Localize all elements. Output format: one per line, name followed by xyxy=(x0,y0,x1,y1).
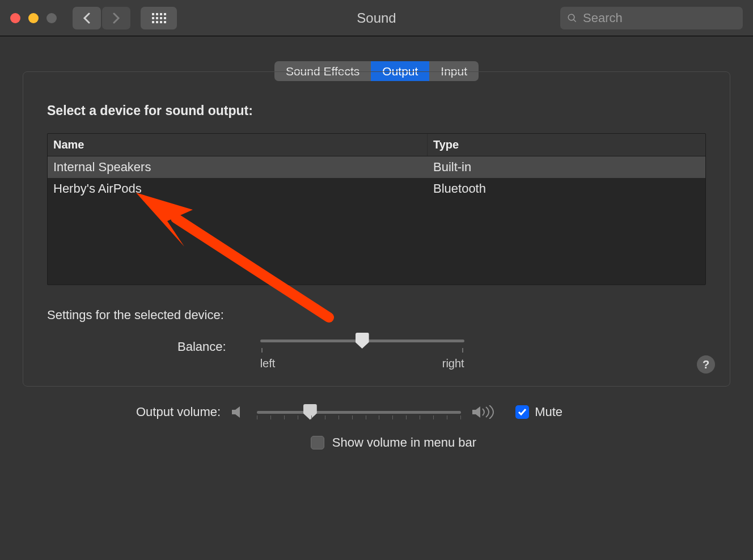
nav-buttons xyxy=(73,7,130,29)
search-icon xyxy=(567,12,577,24)
device-row-internal-speakers[interactable]: Internal Speakers Built-in xyxy=(48,156,705,178)
search-field[interactable] xyxy=(560,7,743,29)
volume-slider[interactable] xyxy=(257,411,461,414)
minimize-button[interactable] xyxy=(28,13,39,23)
balance-label: Balance: xyxy=(177,340,226,354)
window-title: Sound xyxy=(357,10,396,26)
back-button[interactable] xyxy=(73,7,101,29)
checkbox-checked-icon xyxy=(515,405,529,419)
balance-thumb[interactable] xyxy=(356,333,369,349)
checkbox-unchecked-icon xyxy=(311,436,324,449)
chevron-left-icon xyxy=(83,12,91,24)
output-volume-row: Output volume: Mute xyxy=(136,405,730,419)
help-button[interactable]: ? xyxy=(697,355,715,374)
device-type: Bluetooth xyxy=(428,178,705,200)
column-name[interactable]: Name xyxy=(48,134,428,156)
balance-slider[interactable]: left right xyxy=(260,340,464,370)
speaker-muted-icon xyxy=(231,405,247,419)
search-input[interactable] xyxy=(583,11,736,26)
window-controls xyxy=(10,13,57,23)
footer-controls: Output volume: Mute Show volume in menu … xyxy=(0,387,753,450)
close-button[interactable] xyxy=(10,13,20,23)
balance-right-label: right xyxy=(442,357,464,370)
select-device-heading: Select a device for sound output: xyxy=(47,103,706,118)
device-row-airpods[interactable]: Herby's AirPods Bluetooth xyxy=(48,178,705,200)
device-name: Internal Speakers xyxy=(48,156,428,178)
chevron-right-icon xyxy=(112,12,120,24)
settings-heading: Settings for the selected device: xyxy=(47,308,706,323)
device-table: Name Type Internal Speakers Built-in Her… xyxy=(47,133,706,285)
forward-button xyxy=(102,7,130,29)
device-type: Built-in xyxy=(428,156,705,178)
balance-control: Balance: left right xyxy=(177,340,706,370)
balance-left-label: left xyxy=(260,357,276,370)
mute-label: Mute xyxy=(535,405,562,419)
device-name: Herby's AirPods xyxy=(48,178,428,200)
column-type[interactable]: Type xyxy=(428,134,705,156)
grid-icon xyxy=(152,13,166,23)
mute-checkbox[interactable]: Mute xyxy=(515,405,562,419)
show-in-menu-bar-checkbox[interactable]: Show volume in menu bar xyxy=(57,435,730,450)
show-all-button[interactable] xyxy=(141,7,177,29)
show-in-menu-bar-label: Show volume in menu bar xyxy=(332,435,476,450)
output-panel: Select a device for sound output: Name T… xyxy=(23,71,730,387)
maximize-button xyxy=(46,13,57,23)
titlebar: Sound xyxy=(0,0,753,36)
table-header: Name Type xyxy=(48,134,705,156)
output-volume-label: Output volume: xyxy=(136,405,221,419)
speaker-loud-icon xyxy=(471,405,498,419)
